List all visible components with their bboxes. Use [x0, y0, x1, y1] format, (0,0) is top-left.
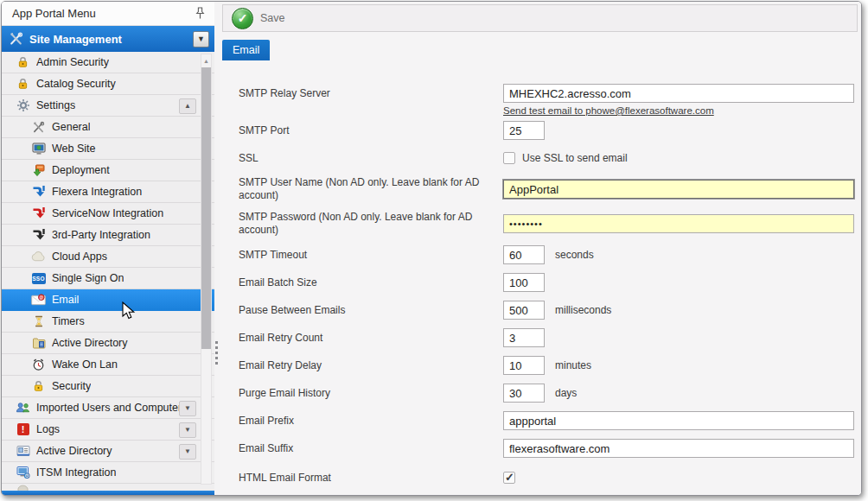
sidebar-item-itsm-integration[interactable]: ⚙ ITSM Integration: [2, 462, 214, 484]
email-settings-form: SMTP Relay Server Send test email to pho…: [239, 84, 851, 496]
email-batch-size-input[interactable]: [503, 273, 545, 292]
sidebar-item-label: Settings: [36, 99, 75, 111]
email-prefix-input[interactable]: [503, 411, 854, 430]
smtp-password-input[interactable]: [503, 214, 854, 233]
field-label: Email Retry Delay: [239, 359, 503, 372]
main-panel: ✓ Save Email SMTP Relay Server Send test…: [220, 2, 861, 495]
sidebar-item-label: Admin Security: [36, 56, 109, 68]
envelope-at-icon: @: [31, 293, 46, 308]
form-row-purge-history: Purge Email History days: [239, 384, 851, 403]
field-label: SMTP Relay Server: [239, 84, 503, 103]
sidebar-item-label: Timers: [52, 315, 85, 327]
field-label: Email Suffix: [239, 442, 503, 455]
save-button-label: Save: [260, 12, 285, 24]
contact-card-icon: [16, 444, 30, 459]
sidebar-group-label: Site Management: [29, 33, 187, 46]
email-retry-delay-input[interactable]: [503, 356, 545, 375]
form-row-smtp-user: SMTP User Name (Non AD only. Leave blank…: [239, 176, 851, 202]
pin-icon[interactable]: [193, 6, 207, 21]
sidebar-item-imported-users-and-computers[interactable]: Imported Users and Computers ▼: [2, 397, 214, 419]
field-label: SSL: [239, 152, 503, 165]
sidebar-item-label: Flexera Integration: [52, 186, 142, 198]
toolbar: ✓ Save: [222, 4, 858, 32]
sidebar-item-servicenow-integration[interactable]: ServiceNow Integration: [2, 203, 214, 225]
field-label: SMTP User Name (Non AD only. Leave blank…: [239, 176, 503, 202]
sidebar-item-web-site[interactable]: Web Site: [2, 138, 214, 160]
sidebar-item-wake-on-lan[interactable]: Wake On Lan: [2, 354, 214, 376]
sidebar-titlebar: App Portal Menu: [2, 2, 214, 26]
unit-label: milliseconds: [555, 304, 611, 316]
email-retry-count-input[interactable]: [503, 328, 545, 347]
group-collapse-button[interactable]: ▼: [193, 31, 209, 48]
app-window: App Portal Menu Site Management ▼ Admin …: [1, 1, 862, 496]
sidebar-item-3rd-party-integration[interactable]: 3rd-Party Integration: [2, 225, 214, 246]
smtp-timeout-input[interactable]: [503, 245, 545, 264]
imported-users-expand-button[interactable]: ▼: [179, 401, 196, 416]
field-label: Enable Custom User View (vCustomUser) fo…: [239, 495, 503, 496]
splitter-grip[interactable]: [215, 341, 218, 365]
purge-email-history-input[interactable]: [503, 384, 545, 403]
sidebar-list: Admin Security Catalog Security Settings…: [2, 52, 214, 495]
sidebar-group-site-management[interactable]: Site Management ▼: [2, 26, 214, 52]
sidebar-scrollbar[interactable]: ▲: [201, 54, 212, 485]
smtp-username-input[interactable]: [503, 180, 854, 199]
tab-email[interactable]: Email: [222, 40, 270, 60]
sidebar-item-partial[interactable]: [2, 484, 214, 491]
email-suffix-input[interactable]: [503, 439, 854, 458]
gear-icon: [16, 98, 30, 113]
logs-expand-button[interactable]: ▼: [179, 422, 196, 438]
lock-icon: [16, 55, 30, 70]
sidebar-item-label: Single Sign On: [52, 272, 124, 284]
sidebar-item-email[interactable]: @ Email: [2, 289, 214, 311]
html-email-format-checkbox[interactable]: [503, 472, 515, 484]
sidebar-item-active-directory-group[interactable]: Active Directory ▼: [2, 441, 214, 462]
form-row-retry-delay: Email Retry Delay minutes: [239, 356, 851, 375]
form-row-smtp-timeout: SMTP Timeout seconds: [239, 245, 851, 264]
form-row-email-suffix: Email Suffix: [239, 439, 851, 458]
form-row-pause: Pause Between Emails milliseconds: [239, 301, 851, 320]
smtp-relay-server-input[interactable]: [503, 84, 854, 103]
field-label: Email Retry Count: [239, 332, 503, 345]
sidebar-item-admin-security[interactable]: Admin Security: [2, 52, 214, 73]
send-test-email-link[interactable]: Send test email to phowe@flexerasoftware…: [503, 105, 854, 116]
next-group-header-partial: [2, 491, 214, 495]
form-row-ssl: SSL Use SSL to send email: [239, 149, 851, 168]
web-monitor-icon: [31, 142, 46, 156]
cloud-icon: [31, 250, 46, 264]
sidebar-item-general[interactable]: General: [2, 117, 214, 138]
lock-icon: [31, 379, 46, 394]
active-directory-expand-button[interactable]: ▼: [179, 444, 196, 460]
sidebar-item-single-sign-on[interactable]: SSO Single Sign On: [2, 268, 214, 289]
sidebar-item-timers[interactable]: Timers: [2, 311, 214, 333]
sidebar-title: App Portal Menu: [12, 7, 96, 20]
sidebar-item-catalog-security[interactable]: Catalog Security: [2, 73, 214, 95]
unit-label: minutes: [555, 359, 591, 371]
sidebar-item-deployment[interactable]: Deployment: [2, 160, 214, 181]
smtp-port-input[interactable]: [503, 121, 545, 140]
users-icon: [16, 401, 30, 415]
sidebar-item-label: Wake On Lan: [52, 358, 118, 371]
hourglass-icon: [31, 314, 46, 329]
form-row-batch-size: Email Batch Size: [239, 273, 851, 292]
alarm-clock-icon: [31, 358, 46, 372]
field-label: Pause Between Emails: [239, 304, 503, 317]
field-label: Purge Email History: [239, 387, 503, 400]
sidebar-item-cloud-apps[interactable]: Cloud Apps: [2, 246, 214, 268]
pause-between-emails-input[interactable]: [503, 301, 545, 320]
sidebar-item-settings[interactable]: Settings ▲: [2, 95, 214, 117]
save-button[interactable]: ✓ Save: [230, 6, 294, 31]
sidebar-item-label: Email: [52, 294, 79, 306]
sidebar-item-label: Imported Users and Computers: [36, 402, 187, 414]
sidebar-item-logs[interactable]: ! Logs ▼: [2, 419, 214, 441]
form-row-smtp-port: SMTP Port: [239, 121, 851, 140]
sidebar-item-security[interactable]: Security: [2, 376, 214, 397]
import-arrow-black-icon: [31, 228, 46, 243]
sidebar-scrollbar-thumb[interactable]: [201, 67, 211, 349]
sidebar-item-label: Web Site: [52, 143, 96, 155]
settings-collapse-button[interactable]: ▲: [179, 98, 196, 114]
scrollbar-up-arrow-icon[interactable]: ▲: [201, 54, 211, 67]
unit-label: days: [555, 387, 577, 399]
sidebar-item-active-directory-settings[interactable]: Active Directory: [2, 333, 214, 354]
ssl-checkbox[interactable]: [503, 152, 515, 164]
sidebar-item-flexera-integration[interactable]: Flexera Integration: [2, 181, 214, 203]
